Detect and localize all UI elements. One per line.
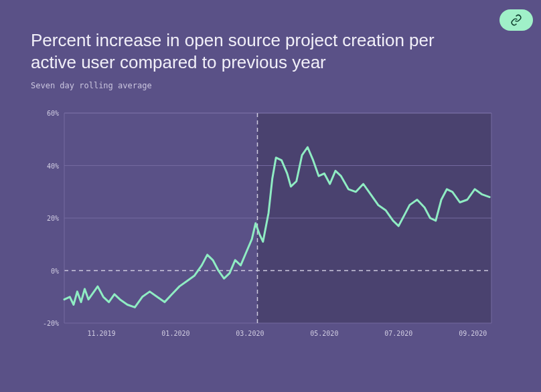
share-link-button[interactable]	[499, 9, 533, 31]
x-axis-tick: 05.2020	[310, 330, 338, 337]
y-axis-tick: 20%	[47, 215, 59, 222]
line-chart: 60%40%20%0%-20%11.201901.202003.202005.2…	[64, 113, 491, 323]
y-axis-tick: -20%	[43, 320, 59, 327]
link-icon	[510, 14, 522, 26]
y-axis-tick: 60%	[47, 110, 59, 117]
x-axis-tick: 11.2019	[87, 330, 115, 337]
x-axis-tick: 01.2020	[161, 330, 189, 337]
chart-title: Percent increase in open source project …	[31, 29, 473, 73]
x-axis-tick: 09.2020	[459, 330, 487, 337]
y-axis-tick: 0%	[51, 267, 59, 274]
y-axis-tick: 40%	[47, 162, 59, 169]
page-root: Percent increase in open source project …	[0, 0, 541, 392]
chart-subtitle: Seven day rolling average	[31, 81, 510, 90]
x-axis-tick: 03.2020	[236, 330, 264, 337]
chart-container: COVID-19 lockdown 60%40%20%0%-20%11.2019…	[31, 113, 510, 323]
x-axis-tick: 07.2020	[384, 330, 412, 337]
